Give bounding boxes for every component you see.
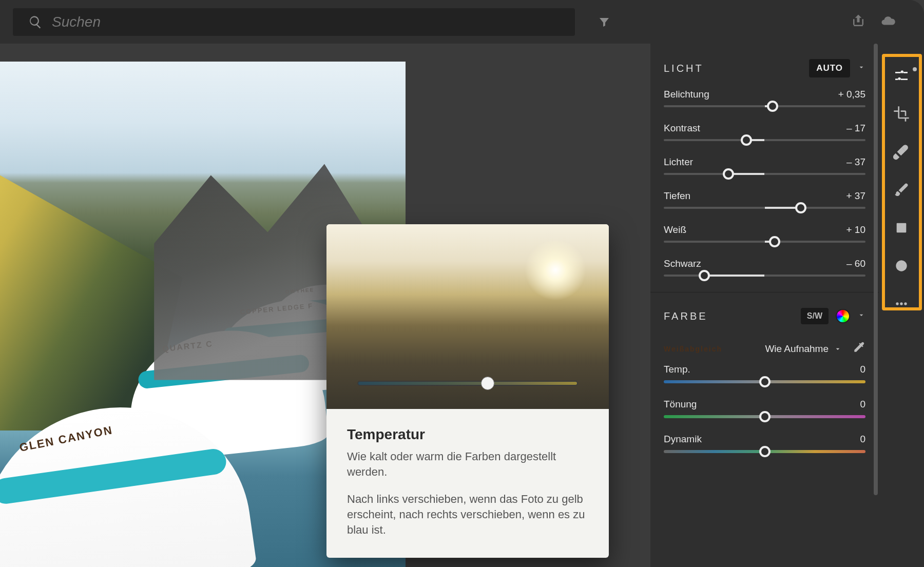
tool-edit[interactable] (879, 57, 924, 95)
tool-brush[interactable] (879, 171, 924, 209)
slider-track[interactable] (664, 450, 865, 453)
panel-scrollbar[interactable] (874, 44, 878, 567)
slider-thumb[interactable] (769, 236, 780, 247)
wb-dropdown[interactable]: Wie Aufnahme (765, 343, 842, 355)
slider-thumb[interactable] (759, 376, 771, 387)
tool-linear-gradient[interactable] (879, 209, 924, 247)
canvas-area: OWYHEE COPPER LEDGE F QUARTZ C GLEN CANY… (0, 44, 650, 567)
share-icon (851, 13, 866, 29)
slider-value: – 37 (846, 157, 865, 168)
search-field[interactable] (13, 8, 575, 36)
slider-temp[interactable]: Temp.0 (650, 362, 879, 397)
auto-button[interactable]: AUTO (809, 59, 850, 77)
slider-tönung[interactable]: Tönung0 (650, 397, 879, 432)
edit-panel: LICHT AUTO Belichtung+ 0,35Kontrast– 17L… (650, 44, 879, 567)
slider-track[interactable] (664, 207, 865, 209)
brush-icon (893, 182, 910, 198)
slider-label: Lichter (664, 157, 693, 168)
slider-value: – 60 (846, 258, 865, 269)
section-title: LICHT (664, 63, 704, 74)
slider-value: – 17 (846, 123, 865, 134)
sliders-icon (893, 68, 910, 84)
slider-label: Kontrast (664, 123, 700, 134)
slider-track[interactable] (664, 241, 865, 243)
slider-value: + 10 (846, 224, 865, 236)
search-input[interactable] (52, 14, 560, 30)
collapse-toggle[interactable] (857, 63, 865, 73)
slider-weiß[interactable]: Weiß+ 10 (650, 222, 879, 256)
circle-icon (893, 258, 910, 274)
cloud-button[interactable] (880, 13, 896, 31)
slider-label: Schwarz (664, 258, 701, 269)
slider-label: Weiß (664, 224, 686, 236)
wb-label: Weißabgleich (664, 345, 722, 353)
svg-point-4 (904, 302, 907, 305)
slider-tiefen[interactable]: Tiefen+ 37 (650, 188, 879, 222)
tool-heal[interactable] (879, 133, 924, 171)
slider-thumb[interactable] (723, 168, 734, 180)
slider-track[interactable] (664, 380, 865, 383)
slider-label: Belichtung (664, 89, 709, 100)
slider-thumb[interactable] (759, 411, 771, 422)
dots-icon (893, 296, 910, 312)
slider-track[interactable] (664, 105, 865, 107)
boat-label: QUARTZ C (162, 340, 214, 354)
slider-thumb[interactable] (741, 134, 752, 146)
slider-value: 0 (860, 399, 865, 410)
svg-point-1 (896, 260, 907, 271)
slider-label: Tönung (664, 399, 697, 410)
slider-track[interactable] (664, 415, 865, 418)
slider-belichtung[interactable]: Belichtung+ 0,35 (650, 87, 879, 121)
chevron-down-icon (857, 311, 865, 319)
boat-label: OWYHEE (285, 287, 314, 295)
section-header-color[interactable]: FARBE S/W (650, 292, 879, 334)
tool-strip (879, 44, 924, 567)
share-button[interactable] (851, 13, 866, 31)
svg-rect-0 (897, 223, 907, 233)
slider-thumb[interactable] (481, 377, 494, 390)
slider-track[interactable] (664, 275, 865, 277)
slider-kontrast[interactable]: Kontrast– 17 (650, 121, 879, 154)
help-tooltip: Temperatur Wie kalt oder warm die Farben… (326, 224, 609, 558)
slider-lichter[interactable]: Lichter– 37 (650, 154, 879, 188)
svg-point-2 (896, 302, 898, 305)
slider-label: Tiefen (664, 190, 690, 202)
tool-radial-gradient[interactable] (879, 247, 924, 285)
slider-value: + 37 (846, 190, 865, 202)
chevron-down-icon (857, 63, 865, 71)
tool-more[interactable] (879, 285, 924, 323)
tooltip-text: Nach links verschieben, wenn das Foto zu… (347, 492, 588, 537)
svg-point-3 (900, 302, 902, 305)
tooltip-temp-slider[interactable] (357, 373, 578, 394)
slider-thumb[interactable] (795, 202, 806, 213)
tool-crop[interactable] (879, 95, 924, 133)
collapse-toggle[interactable] (857, 311, 865, 321)
slider-schwarz[interactable]: Schwarz– 60 (650, 256, 879, 290)
search-icon (28, 15, 43, 29)
topbar (0, 0, 924, 44)
slider-label: Temp. (664, 364, 690, 375)
bw-toggle[interactable]: S/W (801, 308, 829, 324)
tooltip-title: Temperatur (347, 426, 588, 443)
tooltip-text: Wie kalt oder warm die Farben dargestell… (347, 449, 588, 479)
boat-label: COPPER LEDGE F (240, 302, 314, 316)
slider-value: 0 (860, 364, 865, 375)
cloud-icon (880, 13, 896, 29)
white-balance-row: Weißabgleich Wie Aufnahme (650, 334, 879, 362)
slider-thumb[interactable] (767, 101, 778, 112)
color-mixer-button[interactable] (836, 309, 850, 323)
slider-track[interactable] (664, 173, 865, 175)
section-header-light[interactable]: LICHT AUTO (650, 44, 879, 87)
slider-thumb[interactable] (759, 446, 771, 457)
slider-dynamik[interactable]: Dynamik0 (650, 432, 879, 466)
funnel-icon (598, 16, 610, 28)
slider-thumb[interactable] (699, 270, 710, 281)
eyedropper-icon (852, 341, 865, 354)
crop-icon (893, 106, 910, 122)
tooltip-preview (326, 224, 609, 409)
eyedropper-button[interactable] (852, 341, 865, 357)
slider-track[interactable] (664, 139, 865, 141)
filter-button[interactable] (590, 8, 618, 36)
section-title: FARBE (664, 310, 708, 322)
bandage-icon (893, 144, 910, 160)
